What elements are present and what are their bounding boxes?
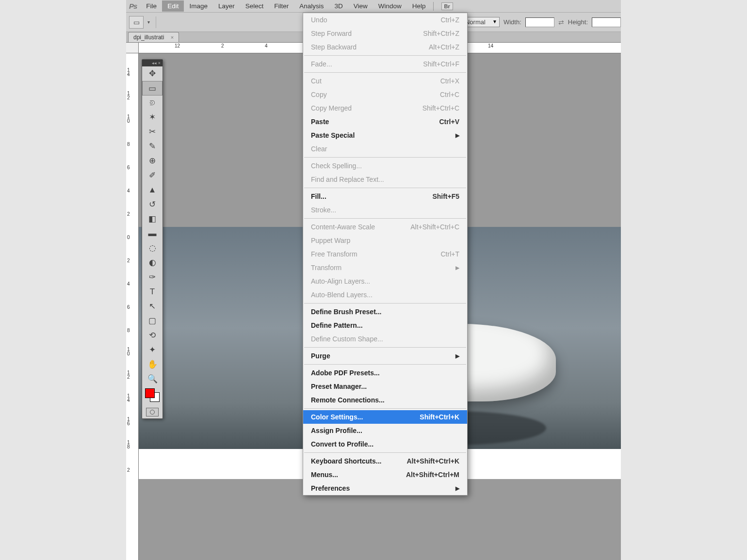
edit-menu-item[interactable]: Menus...Alt+Shift+Ctrl+M bbox=[303, 468, 467, 481]
quick-mask-toggle[interactable] bbox=[146, 408, 159, 416]
menu-select[interactable]: Select bbox=[240, 0, 269, 12]
app-logo-icon: Ps bbox=[129, 2, 137, 10]
vertical-ruler: 141210 8 6 4 2 0 2 4 6 81012141618 2 bbox=[126, 53, 139, 560]
bridge-button[interactable]: Br bbox=[441, 2, 453, 10]
foreground-color-swatch[interactable] bbox=[145, 388, 155, 398]
crop-tool[interactable]: ✂ bbox=[142, 125, 162, 139]
menu-filter[interactable]: Filter bbox=[269, 0, 294, 12]
dodge-tool[interactable]: ◐ bbox=[142, 256, 162, 270]
zoom-tool[interactable]: 🔍 bbox=[142, 372, 162, 386]
color-swatches[interactable] bbox=[142, 386, 162, 406]
menu-3d[interactable]: 3D bbox=[329, 0, 348, 12]
edit-menu-item: Puppet Warp bbox=[303, 234, 467, 247]
history-brush-tool[interactable]: ↺ bbox=[142, 197, 162, 212]
edit-menu-item[interactable]: Fill...Shift+F5 bbox=[303, 190, 467, 203]
tab-title: dpi_illustrati bbox=[133, 34, 164, 41]
panel-collapse-icon[interactable]: ◂◂ bbox=[152, 61, 157, 65]
pen-tool[interactable]: ✑ bbox=[142, 270, 162, 285]
edit-menu-item: Content-Aware ScaleAlt+Shift+Ctrl+C bbox=[303, 220, 467, 234]
edit-menu-item[interactable]: Remote Connections... bbox=[303, 393, 467, 407]
height-label: Height: bbox=[568, 18, 588, 26]
width-input[interactable] bbox=[525, 17, 554, 27]
edit-menu-item: Check Spelling... bbox=[303, 159, 467, 173]
edit-menu-item[interactable]: Define Brush Preset... bbox=[303, 305, 467, 319]
type-tool[interactable]: T bbox=[142, 285, 162, 299]
edit-menu-item[interactable]: Define Pattern... bbox=[303, 319, 467, 332]
menu-file[interactable]: File bbox=[141, 0, 162, 12]
edit-menu-item[interactable]: Color Settings...Shift+Ctrl+K bbox=[303, 410, 467, 424]
edit-menu-item: CutCtrl+X bbox=[303, 74, 467, 88]
shape-tool[interactable]: ▢ bbox=[142, 314, 162, 328]
magic-wand-tool[interactable]: ✶ bbox=[142, 110, 162, 125]
edit-menu-item[interactable]: Adobe PDF Presets... bbox=[303, 366, 467, 380]
edit-menu-item: Step ForwardShift+Ctrl+Z bbox=[303, 27, 467, 40]
edit-menu-item: Stroke... bbox=[303, 203, 467, 217]
height-input[interactable] bbox=[592, 17, 621, 27]
menu-image[interactable]: Image bbox=[184, 0, 213, 12]
edit-menu-item[interactable]: Purge▶ bbox=[303, 349, 467, 363]
edit-menu-item[interactable]: Preferences▶ bbox=[303, 481, 467, 495]
edit-menu-item[interactable]: PasteCtrl+V bbox=[303, 115, 467, 128]
move-tool[interactable]: ✥ bbox=[142, 66, 162, 81]
edit-menu-item: Clear bbox=[303, 142, 467, 156]
document-tab[interactable]: dpi_illustrati × bbox=[128, 32, 179, 42]
edit-menu-item: Auto-Blend Layers... bbox=[303, 288, 467, 302]
marquee-tool[interactable]: ▭ bbox=[142, 81, 162, 96]
edit-menu-item: UndoCtrl+Z bbox=[303, 13, 467, 27]
menu-divider bbox=[433, 2, 434, 11]
menu-analysis[interactable]: Analysis bbox=[294, 0, 329, 12]
hand-tool[interactable]: ✋ bbox=[142, 357, 162, 372]
marquee-dropdown-icon[interactable]: ▾ bbox=[147, 19, 150, 25]
3d-tool[interactable]: ⟲ bbox=[142, 328, 162, 343]
edit-menu-item: Find and Replace Text... bbox=[303, 173, 467, 186]
edit-menu-item: CopyCtrl+C bbox=[303, 88, 467, 101]
ruler-corner bbox=[126, 43, 139, 53]
eraser-tool[interactable]: ◧ bbox=[142, 212, 162, 226]
menu-window[interactable]: Window bbox=[373, 0, 407, 12]
spot-heal-tool[interactable]: ⊕ bbox=[142, 154, 162, 168]
edit-menu-item[interactable]: Assign Profile... bbox=[303, 424, 467, 437]
stamp-tool[interactable]: ▲ bbox=[142, 183, 162, 197]
menu-help[interactable]: Help bbox=[407, 0, 431, 12]
3d-camera-tool[interactable]: ✦ bbox=[142, 343, 162, 357]
menu-view[interactable]: View bbox=[348, 0, 373, 12]
tools-panel-header[interactable]: ◂◂ × bbox=[142, 60, 162, 66]
lasso-tool[interactable]: ⟄ bbox=[142, 96, 162, 110]
tools-panel: ◂◂ × ✥▭⟄✶✂✎⊕✐▲↺◧▬◌◐✑T↖▢⟲✦✋🔍 bbox=[142, 59, 163, 419]
swap-icon[interactable]: ⇄ bbox=[558, 18, 564, 26]
edit-menu-item[interactable]: Paste Special▶ bbox=[303, 128, 467, 142]
panel-close-icon[interactable]: × bbox=[158, 61, 161, 65]
menu-layer[interactable]: Layer bbox=[213, 0, 240, 12]
blur-tool[interactable]: ◌ bbox=[142, 241, 162, 256]
edit-menu-item[interactable]: Convert to Profile... bbox=[303, 437, 467, 451]
edit-menu-item[interactable]: Keyboard Shortcuts...Alt+Shift+Ctrl+K bbox=[303, 454, 467, 468]
edit-menu-item: Fade...Shift+Ctrl+F bbox=[303, 57, 467, 71]
edit-menu-item: Copy MergedShift+Ctrl+C bbox=[303, 101, 467, 115]
edit-menu-item: Auto-Align Layers... bbox=[303, 274, 467, 288]
marquee-preset-icon[interactable]: ▭ bbox=[129, 16, 144, 29]
edit-menu-item: Define Custom Shape... bbox=[303, 332, 467, 346]
brush-tool[interactable]: ✐ bbox=[142, 168, 162, 183]
edit-menu-item: Transform▶ bbox=[303, 261, 467, 274]
path-select-tool[interactable]: ↖ bbox=[142, 299, 162, 314]
edit-menu-item: Step BackwardAlt+Ctrl+Z bbox=[303, 40, 467, 54]
edit-menu-item: Free TransformCtrl+T bbox=[303, 247, 467, 261]
width-label: Width: bbox=[503, 18, 521, 26]
menu-edit[interactable]: Edit bbox=[162, 0, 184, 12]
menu-bar: Ps FileEditImageLayerSelectFilterAnalysi… bbox=[126, 0, 621, 13]
eyedropper-tool[interactable]: ✎ bbox=[142, 139, 162, 154]
tab-close-icon[interactable]: × bbox=[171, 34, 174, 40]
edit-menu-item[interactable]: Preset Manager... bbox=[303, 380, 467, 393]
gradient-tool[interactable]: ▬ bbox=[142, 226, 162, 241]
edit-menu-dropdown: UndoCtrl+ZStep ForwardShift+Ctrl+ZStep B… bbox=[303, 13, 468, 496]
